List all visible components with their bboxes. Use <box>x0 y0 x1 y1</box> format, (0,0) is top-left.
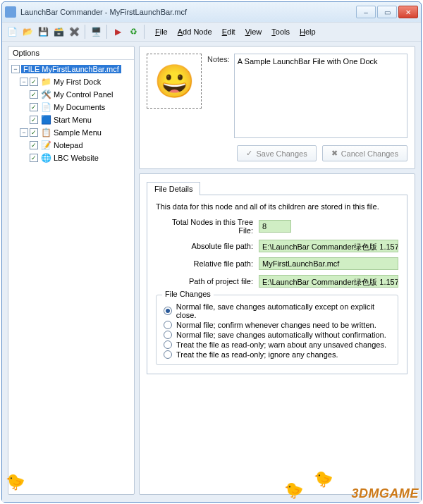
notepad-icon: 📝 <box>40 140 51 151</box>
menu-tools[interactable]: Tools <box>267 25 294 38</box>
toolbar-separator <box>106 25 107 39</box>
app-window: LaunchBar Commander - MyFirstLaunchBar.m… <box>1 1 422 503</box>
relative-path-field[interactable]: MyFirstLaunchBar.mcf <box>259 257 398 270</box>
collapse-icon[interactable]: − <box>20 128 28 137</box>
close-file-icon[interactable]: ✖️ <box>67 25 81 39</box>
toolbar-separator <box>85 25 85 39</box>
cancel-icon: ✖ <box>331 149 338 158</box>
tree-node-item[interactable]: ✓ 📄 My Documents <box>10 101 133 113</box>
menu-view[interactable]: View <box>241 25 266 38</box>
collapse-icon[interactable]: − <box>20 78 28 86</box>
collapse-icon[interactable]: − <box>11 65 20 73</box>
checkbox-icon[interactable]: ✓ <box>30 116 38 124</box>
tree-label: Sample Menu <box>54 128 102 137</box>
app-icon <box>5 6 16 18</box>
checkbox-icon[interactable]: ✓ <box>30 128 38 137</box>
tree-node-sample-menu[interactable]: − ✓ 📋 Sample Menu <box>10 126 133 139</box>
tree-node-item[interactable]: ✓ 🟦 Start Menu <box>10 113 133 126</box>
radio-label: Treat the file as read-only; warn about … <box>176 340 386 349</box>
absolute-path-label: Absolute file path: <box>156 242 256 250</box>
tree-label: FILE MyFirstLaunchBar.mcf <box>21 65 121 73</box>
radio-icon[interactable] <box>164 350 172 359</box>
menu-edit[interactable]: Edit <box>218 25 240 38</box>
details-description: This data for this node and all of its c… <box>156 202 398 211</box>
radio-label: Treat the file as read-only; ignore any … <box>176 350 338 359</box>
radio-icon[interactable] <box>164 321 172 329</box>
save-changes-button[interactable]: ✓Save Changes <box>237 145 316 161</box>
cancel-changes-button[interactable]: ✖Cancel Changes <box>322 145 407 161</box>
radio-label: Normal file, save changes automatically … <box>176 302 391 319</box>
tree-node-item[interactable]: ✓ 🛠️ My Control Panel <box>10 88 133 101</box>
close-button[interactable]: ✕ <box>398 6 418 18</box>
file-changes-option[interactable]: Treat the file as read-only; ignore any … <box>164 350 391 359</box>
documents-icon: 📄 <box>40 102 51 113</box>
minimize-button[interactable]: – <box>356 6 376 18</box>
titlebar[interactable]: LaunchBar Commander - MyFirstLaunchBar.m… <box>2 2 421 22</box>
reload-icon[interactable]: ♻ <box>126 25 140 39</box>
check-icon: ✓ <box>246 149 252 158</box>
tree-label: My Documents <box>54 103 105 111</box>
file-changes-option[interactable]: Normal file; save changes automatically … <box>164 331 391 339</box>
toolbar: 📄 📂 💾 🗃️ ✖️ 🖥️ ▶ ♻ File Add Node Edit Vi… <box>2 22 421 42</box>
tree-label: My Control Panel <box>54 90 113 99</box>
total-nodes-field[interactable]: 8 <box>259 220 291 233</box>
file-changes-option[interactable]: Treat the file as read-only; warn about … <box>164 340 391 349</box>
refresh-icon[interactable]: 🖥️ <box>89 25 103 39</box>
radio-icon[interactable] <box>164 331 172 339</box>
relative-path-label: Relative file path: <box>156 259 256 268</box>
menu-help[interactable]: Help <box>295 25 320 38</box>
radio-label: Normal file; confirm whenever changes ne… <box>176 321 376 329</box>
website-icon: 🌐 <box>40 152 51 164</box>
file-changes-option[interactable]: Normal file, save changes automatically … <box>164 302 391 319</box>
save-icon[interactable]: 💾 <box>36 25 50 39</box>
project-path-label: Path of project file: <box>156 277 256 285</box>
tree-label: Start Menu <box>54 116 92 124</box>
new-file-icon[interactable]: 📄 <box>5 25 19 39</box>
project-path-field[interactable]: E:\LaunchBar Commander绿色版 1.157.01-软件No1… <box>259 275 398 288</box>
folder-icon: 📁 <box>40 76 51 87</box>
start-menu-icon: 🟦 <box>40 114 51 125</box>
tree-view[interactable]: − FILE MyFirstLaunchBar.mcf − ✓ 📁 My Fir… <box>8 60 134 494</box>
tab-file-details[interactable]: File Details <box>147 182 200 195</box>
tree-header: Options <box>8 47 134 60</box>
tree-label: LBC Website <box>54 154 99 162</box>
menu-file[interactable]: File <box>151 25 172 38</box>
total-nodes-label: Total Nodes in this Tree File: <box>156 218 256 235</box>
notes-textarea[interactable] <box>234 54 407 138</box>
maximize-button[interactable]: ▭ <box>377 6 397 18</box>
tree-node-item[interactable]: ✓ 🌐 LBC Website <box>10 152 133 164</box>
checkbox-icon[interactable]: ✓ <box>30 141 38 149</box>
right-panel: 😀 Notes: ✓Save Changes ✖Cancel Changes F… <box>139 46 415 495</box>
tree-node-dock[interactable]: − ✓ 📁 My First Dock <box>10 75 133 88</box>
tree-node-file-root[interactable]: − FILE MyFirstLaunchBar.mcf <box>10 63 133 75</box>
menu-icon: 📋 <box>40 127 51 138</box>
tree-node-item[interactable]: ✓ 📝 Notepad <box>10 139 133 152</box>
window-title: LaunchBar Commander - MyFirstLaunchBar.m… <box>20 8 356 16</box>
menu-add-node[interactable]: Add Node <box>173 25 216 38</box>
open-folder-icon[interactable]: 📂 <box>20 25 35 39</box>
file-changes-option[interactable]: Normal file; confirm whenever changes ne… <box>164 321 391 329</box>
toolbar-separator <box>144 25 145 39</box>
details-panel: File Details This data for this node and… <box>139 173 415 495</box>
notes-label: Notes: <box>207 54 230 138</box>
file-changes-group: File Changes Normal file, save changes a… <box>156 295 398 365</box>
radio-label: Normal file; save changes automatically … <box>176 331 386 339</box>
tree-label: Notepad <box>54 141 83 149</box>
node-icon-preview[interactable]: 😀 <box>147 54 202 109</box>
control-panel-icon: 🛠️ <box>40 89 51 100</box>
tree-panel: Options − FILE MyFirstLaunchBar.mcf − ✓ … <box>8 46 135 495</box>
file-changes-legend: File Changes <box>162 290 214 298</box>
absolute-path-field[interactable]: E:\LaunchBar Commander绿色版 1.157.01-软件No1… <box>259 240 398 252</box>
preview-panel: 😀 Notes: ✓Save Changes ✖Cancel Changes <box>139 46 415 169</box>
checkbox-icon[interactable]: ✓ <box>30 103 38 111</box>
save-all-icon[interactable]: 🗃️ <box>51 25 66 39</box>
checkbox-icon[interactable]: ✓ <box>30 154 38 162</box>
tree-label: My First Dock <box>54 78 101 86</box>
radio-icon[interactable] <box>164 340 172 349</box>
checkbox-icon[interactable]: ✓ <box>30 78 38 86</box>
checkbox-icon[interactable]: ✓ <box>30 90 38 99</box>
radio-icon[interactable] <box>164 307 172 315</box>
launch-icon[interactable]: ▶ <box>111 25 125 39</box>
